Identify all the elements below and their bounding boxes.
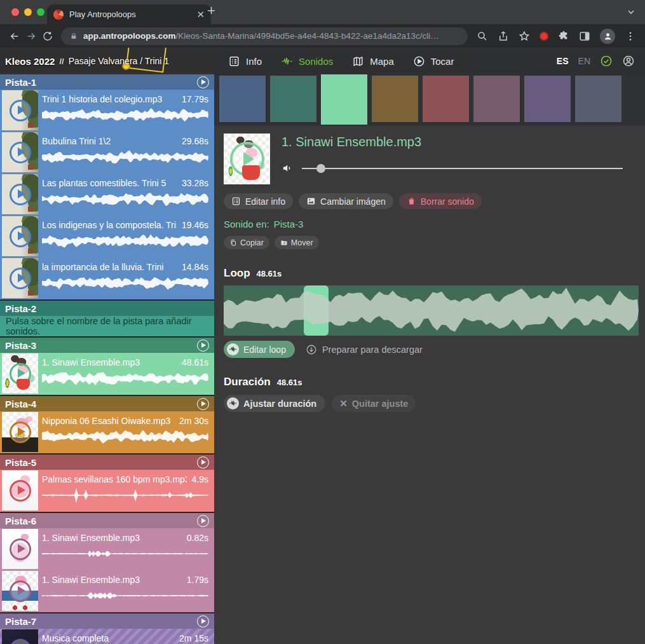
clip-play-button[interactable] [10, 226, 31, 247]
nav-tab-sonidos[interactable]: Sonidos [281, 55, 333, 67]
track-color-swatch-6[interactable] [473, 76, 520, 122]
back-button[interactable] [6, 28, 23, 45]
clip-thumbnail[interactable] [2, 629, 38, 644]
clip-play-button[interactable] [10, 639, 31, 644]
track-play-icon[interactable] [197, 76, 209, 88]
profile-avatar[interactable] [600, 29, 615, 44]
track-header-pista-4[interactable]: Pista-4 [0, 396, 214, 411]
zoom-window-button[interactable] [37, 8, 44, 16]
track-color-swatch-7[interactable] [524, 76, 571, 122]
clip-thumbnail[interactable] [2, 353, 38, 394]
clip-thumbnail[interactable] [2, 529, 38, 569]
clip-row[interactable]: la importancia de la lluvia. Trini14.84s [0, 257, 214, 299]
clip-play-button[interactable] [10, 538, 31, 560]
volume-slider-thumb[interactable] [316, 164, 325, 173]
clip-play-button[interactable] [10, 142, 31, 163]
clip-row[interactable]: Palmas sevillanas 160 bpm mp3.mp34.9s [0, 470, 214, 512]
track-play-icon[interactable] [197, 398, 209, 410]
sound-play-button[interactable] [230, 142, 264, 176]
track-header-pista-6[interactable]: Pista-6 [0, 513, 214, 528]
sound-location-track-link[interactable]: Pista-3 [274, 219, 304, 230]
clip-thumbnail[interactable] [2, 258, 38, 298]
clip-play-button[interactable] [10, 100, 31, 121]
clip-row[interactable]: Las plantas comestibles. Trini 533.28s [0, 174, 214, 216]
clip-play-button[interactable] [10, 363, 31, 385]
track-header-pista-7[interactable]: Pista-7 [0, 613, 214, 629]
edit-loop-button[interactable]: Editar loop [224, 341, 295, 358]
adjust-duration-button[interactable]: Ajustar duración [224, 395, 325, 412]
forward-button[interactable] [23, 28, 39, 45]
edit-info-button[interactable]: Editar info [224, 193, 293, 209]
track-color-swatch-2[interactable] [270, 76, 316, 122]
clip-thumbnail[interactable] [2, 132, 38, 172]
move-button[interactable]: Mover [275, 236, 319, 249]
copy-button[interactable]: Copiar [224, 236, 269, 249]
clip-duration: 0.82s [187, 533, 208, 543]
extensions-puzzle-icon[interactable] [558, 31, 569, 42]
clip-row[interactable]: 1. Sinawi Ensemble.mp30.82s [0, 528, 214, 570]
clip-thumbnail[interactable] [2, 90, 38, 130]
clip-row[interactable]: 1. Sinawi Ensemble.mp31.79s [0, 570, 214, 612]
clip-row[interactable]: Bubulina Trini 1\229.68s [0, 132, 214, 174]
breadcrumb[interactable]: Kleos 2022 // Pasaje Valvanera / Trini 1 [0, 48, 214, 74]
clip-row[interactable]: 1. Sinawi Ensemble.mp348.61s [0, 353, 214, 395]
clip-play-button[interactable] [10, 184, 31, 205]
close-window-button[interactable] [11, 8, 19, 16]
clip-play-button[interactable] [10, 580, 31, 602]
clip-play-button[interactable] [10, 480, 31, 502]
nav-tab-tocar[interactable]: Tocar [413, 55, 454, 67]
zoom-lens-icon[interactable] [477, 31, 488, 42]
nav-tab-info[interactable]: Info [228, 55, 262, 67]
clip-row[interactable]: Trini 1 historia del colegio.mp317.79s [0, 90, 214, 132]
track-color-swatch-1[interactable] [219, 76, 266, 122]
clip-thumbnail[interactable] [2, 216, 38, 256]
tab-list-chevron-icon[interactable] [626, 7, 636, 17]
side-panel-icon[interactable] [579, 31, 590, 42]
sound-location: Sonido en:Pista-3 [224, 219, 639, 230]
clip-play-button[interactable] [10, 421, 31, 443]
track-header-pista-2[interactable]: Pista-2 [0, 301, 214, 316]
change-image-button[interactable]: Cambiar imágen [299, 193, 393, 209]
browser-menu-kebab-icon[interactable] [625, 31, 636, 42]
track-header-pista-1[interactable]: Pista-1 [0, 74, 214, 90]
track-color-swatch-3[interactable] [321, 74, 367, 125]
track-color-swatch-8[interactable] [575, 76, 621, 122]
saved-check-icon[interactable] [600, 55, 613, 67]
clip-thumbnail[interactable] [2, 412, 38, 452]
tab-close-icon[interactable]: ✕ [196, 10, 205, 19]
prepare-download-button[interactable]: Preparar para descargar [306, 344, 423, 355]
clip-play-button[interactable] [10, 268, 31, 289]
track-play-icon[interactable] [197, 456, 209, 469]
clip-row[interactable]: Musica completa2m 15s [0, 629, 214, 644]
clip-row[interactable]: Nipponia 06 Esashi Oiwake.mp32m 30s [0, 411, 214, 453]
new-tab-button[interactable]: + [207, 3, 215, 19]
reload-button[interactable] [39, 28, 56, 45]
track-color-swatch-4[interactable] [372, 76, 418, 122]
track-header-pista-5[interactable]: Pista-5 [0, 455, 214, 470]
record-extension-icon[interactable] [540, 32, 548, 41]
lang-es[interactable]: ES [557, 56, 569, 66]
track-play-icon[interactable] [197, 339, 209, 352]
volume-slider[interactable] [302, 164, 623, 173]
track-play-icon[interactable] [197, 515, 209, 527]
breadcrumb-separator: // [59, 57, 64, 66]
clip-thumbnail[interactable] [2, 571, 38, 611]
minimize-window-button[interactable] [24, 8, 32, 16]
bookmark-star-icon[interactable] [519, 31, 530, 42]
nav-tab-mapa[interactable]: Mapa [352, 55, 394, 67]
track-header-pista-3[interactable]: Pista-3 [0, 338, 214, 353]
sound-thumbnail[interactable] [224, 134, 270, 184]
clip-thumbnail[interactable] [2, 470, 38, 510]
loop-waveform-panel[interactable] [224, 285, 639, 336]
address-bar[interactable]: app.antropoloops.com/Kleos-Santa-Marina/… [61, 27, 468, 45]
share-icon[interactable] [498, 31, 509, 42]
remove-adjust-button[interactable]: ✕ Quitar ajuste [332, 395, 416, 412]
clip-row[interactable]: Los indigenas y la compostela. Trini19.4… [0, 216, 214, 257]
track-play-icon[interactable] [197, 615, 209, 627]
lang-en[interactable]: EN [578, 56, 590, 66]
clip-thumbnail[interactable] [2, 174, 38, 214]
browser-tab[interactable]: Play Antropoloops ✕ [47, 4, 211, 24]
delete-sound-button[interactable]: Borrar sonido [399, 193, 482, 209]
track-color-swatch-5[interactable] [423, 76, 469, 122]
account-icon[interactable] [622, 55, 635, 67]
